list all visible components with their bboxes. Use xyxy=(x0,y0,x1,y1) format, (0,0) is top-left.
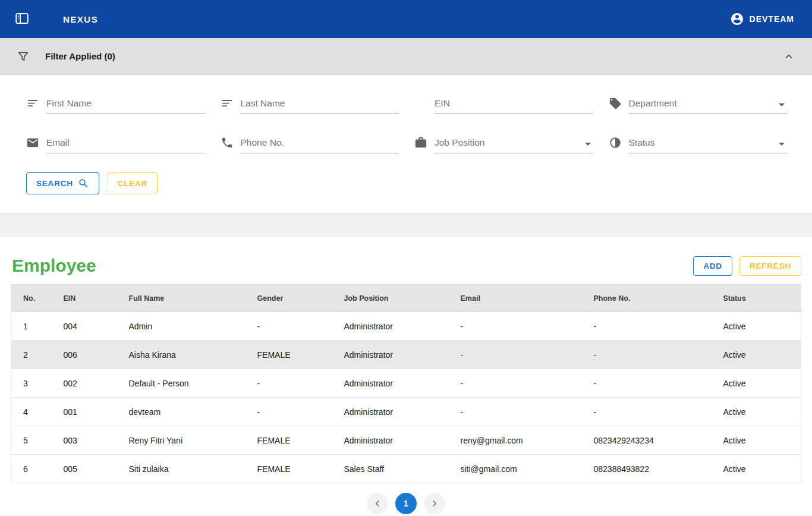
cell-status: Active xyxy=(715,398,801,426)
cell-email: reny@gmail.com xyxy=(452,426,586,455)
cell-job: Administrator xyxy=(336,312,452,341)
dropdown-arrow-icon[interactable] xyxy=(585,143,591,146)
status-select[interactable] xyxy=(629,133,788,153)
filter-panel: SEARCH CLEAR xyxy=(0,75,812,214)
next-page-button[interactable] xyxy=(424,493,445,514)
email-field xyxy=(26,133,205,153)
cell-job: Sales Staff xyxy=(336,455,452,483)
table-row[interactable]: 3002Default - Person-Administrator--Acti… xyxy=(11,369,801,398)
job-position-select[interactable] xyxy=(435,133,593,153)
cell-ein[interactable]: 005 xyxy=(55,455,121,483)
text-lines-icon xyxy=(26,97,39,110)
search-button-label: SEARCH xyxy=(36,179,73,188)
cell-gender: FEMALE xyxy=(249,341,336,369)
search-button[interactable]: SEARCH xyxy=(26,172,99,194)
cell-gender: - xyxy=(249,398,336,426)
page-title: Employee xyxy=(11,256,96,276)
cell-gender: FEMALE xyxy=(249,455,336,483)
previous-page-button[interactable] xyxy=(367,493,388,514)
chevron-left-icon xyxy=(372,498,383,509)
filter-icon xyxy=(17,50,30,63)
clear-button-label: CLEAR xyxy=(118,179,148,188)
cell-email: siti@gmail.com xyxy=(452,455,586,483)
job-position-field xyxy=(414,133,593,153)
column-header-ein: EIN xyxy=(55,285,121,312)
column-header-gender: Gender xyxy=(249,285,336,312)
cell-ein[interactable]: 002 xyxy=(55,369,121,398)
last-name-field xyxy=(221,94,399,114)
phone-field xyxy=(221,133,399,153)
collapse-chevron-icon[interactable] xyxy=(782,50,795,63)
column-header-full-name: Full Name xyxy=(121,285,249,312)
status-field xyxy=(609,133,788,153)
column-header-status: Status xyxy=(715,285,801,312)
cell-name[interactable]: Reny Fitri Yani xyxy=(121,426,249,455)
cell-gender: - xyxy=(249,369,336,398)
cell-ein[interactable]: 006 xyxy=(55,341,121,369)
cell-status: Active xyxy=(715,426,801,455)
cell-gender: - xyxy=(249,312,336,341)
table-row[interactable]: 4001devteam-Administrator--Active xyxy=(11,398,801,426)
add-button[interactable]: ADD xyxy=(693,256,732,276)
cell-job: Administrator xyxy=(336,369,452,398)
table-row[interactable]: 6005Siti zulaikaFEMALESales Staffsiti@gm… xyxy=(11,455,801,483)
chevron-right-icon xyxy=(429,498,440,509)
sidebar-toggle-button[interactable] xyxy=(10,7,34,32)
cell-email: - xyxy=(452,398,586,426)
text-lines-icon xyxy=(221,97,234,110)
user-name: DEVTEAM xyxy=(750,14,794,24)
cell-email: - xyxy=(452,312,586,341)
last-name-input[interactable] xyxy=(241,94,399,114)
status-icon xyxy=(609,136,622,149)
navbar: NEXUS DEVTEAM xyxy=(0,0,812,38)
table-row[interactable]: 2006Aisha KiranaFEMALEAdministrator--Act… xyxy=(11,341,801,369)
table-row[interactable]: 1004Admin-Administrator--Active xyxy=(11,312,801,341)
filter-header-bar[interactable]: Filter Applied (0) xyxy=(0,38,812,75)
cell-job: Administrator xyxy=(336,341,452,369)
phone-input[interactable] xyxy=(241,133,399,153)
cell-status: Active xyxy=(715,369,801,398)
cell-no: 1 xyxy=(11,312,55,341)
main-content: Employee ADD REFRESH No.EINFull NameGend… xyxy=(0,237,812,516)
first-name-input[interactable] xyxy=(46,94,205,114)
cell-name[interactable]: Admin xyxy=(121,312,249,341)
cell-job: Administrator xyxy=(336,426,452,455)
current-page-button[interactable]: 1 xyxy=(395,493,417,514)
cell-status: Active xyxy=(715,455,801,483)
cell-status: Active xyxy=(715,341,801,369)
clear-button[interactable]: CLEAR xyxy=(108,172,158,194)
column-header-no: No. xyxy=(11,285,55,312)
ein-input[interactable] xyxy=(435,94,593,114)
refresh-button[interactable]: REFRESH xyxy=(739,256,801,276)
brand-title: NEXUS xyxy=(63,14,98,24)
user-avatar-icon xyxy=(730,12,744,26)
cell-status: Active xyxy=(715,312,801,341)
email-input[interactable] xyxy=(46,133,205,153)
empty-icon-slot xyxy=(414,97,427,110)
dropdown-arrow-icon[interactable] xyxy=(779,143,785,146)
department-select[interactable] xyxy=(629,94,788,114)
cell-ein[interactable]: 003 xyxy=(55,426,121,455)
cell-no: 5 xyxy=(11,426,55,455)
phone-icon xyxy=(221,136,234,149)
cell-ein[interactable]: 001 xyxy=(55,398,121,426)
user-menu[interactable]: DEVTEAM xyxy=(730,12,794,26)
cell-name[interactable]: devteam xyxy=(121,398,249,426)
ein-field xyxy=(414,94,593,114)
table-row[interactable]: 5003Reny Fitri YaniFEMALEAdministratorre… xyxy=(11,426,801,455)
cell-phone: 082388493822 xyxy=(586,455,715,483)
search-icon xyxy=(78,178,89,189)
column-header-phone-no: Phone No. xyxy=(586,285,715,312)
dropdown-arrow-icon[interactable] xyxy=(779,103,785,106)
cell-name[interactable]: Siti zulaika xyxy=(121,455,249,483)
table-header-row: No.EINFull NameGenderJob PositionEmailPh… xyxy=(11,285,801,312)
cell-name[interactable]: Default - Person xyxy=(121,369,249,398)
cell-phone: - xyxy=(586,341,715,369)
cell-phone: 0823429243234 xyxy=(586,426,715,455)
cell-phone: - xyxy=(586,369,715,398)
filter-title: Filter Applied (0) xyxy=(45,51,115,61)
cell-no: 6 xyxy=(11,455,55,483)
cell-name[interactable]: Aisha Kirana xyxy=(121,341,249,369)
cell-ein[interactable]: 004 xyxy=(55,312,121,341)
employee-table-body: 1004Admin-Administrator--Active2006Aisha… xyxy=(11,312,801,483)
